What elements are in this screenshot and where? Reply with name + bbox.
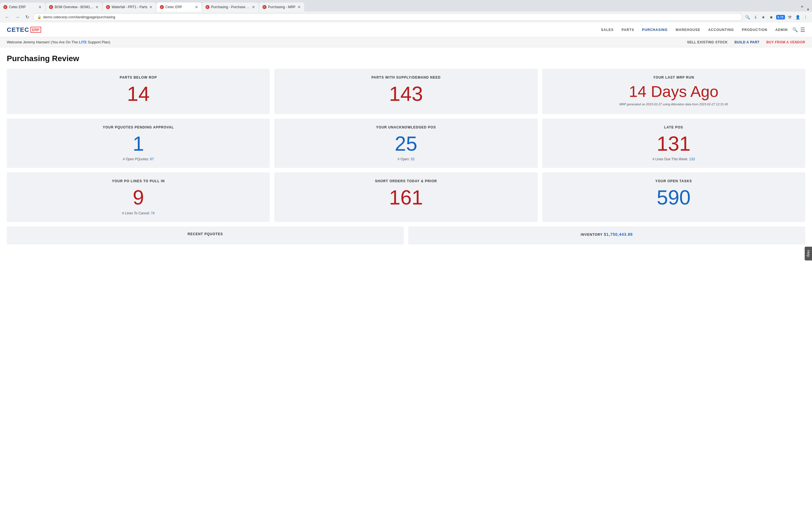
recent-pquotes-title: RECENT PQUOTES [12, 232, 398, 236]
card-note: # Open: 33 [280, 157, 532, 161]
welcome-action-build[interactable]: BUILD A PART [734, 40, 760, 44]
browser-tab-tab4[interactable]: C Cetec ERP ✕ [156, 3, 202, 11]
tab-close-icon[interactable]: ✕ [149, 5, 153, 9]
bottom-row-wrapper: RECENT PQUOTES INVENTORY $1,750,443.86 [7, 226, 805, 244]
extension-icon[interactable]: ■ [768, 14, 774, 20]
tab-favicon: C [160, 5, 164, 9]
browser-tab-tab5[interactable]: C Purchasing - Purchase Ord... ✕ [202, 3, 259, 11]
browser-tab-tab3[interactable]: C Waterfall - PRT1 - Parts ✕ [103, 3, 156, 11]
nav-link-purchasing[interactable]: PURCHASING [642, 28, 668, 32]
forward-button[interactable]: → [13, 13, 21, 21]
card-last-mrp-run[interactable]: YOUR LAST MRP RUN 14 Days Ago MRP genera… [542, 69, 805, 114]
logo-erp: ERP [31, 27, 42, 33]
url-box[interactable]: 🔒 demo.cetecerp.com/landingpage/purchasi… [33, 13, 742, 21]
nav-search-button[interactable]: 🔍 [792, 27, 798, 33]
address-bar: ← → ↻ 🔒 demo.cetecerp.com/landingpage/pu… [0, 11, 812, 22]
card-value: 1 [12, 133, 264, 155]
new-tab-button[interactable]: + [798, 2, 807, 11]
card-unacknowledged-pos[interactable]: YOUR UNACKNOWLEDGED POS 25 # Open: 33 [274, 119, 538, 168]
card-value: 14 Days Ago [548, 83, 800, 100]
card-title: YOUR UNACKNOWLEDGED POS [280, 125, 532, 129]
card-title: PARTS WITH SUPPLY/DEMAND NEED [280, 75, 532, 79]
bookmark-icon[interactable]: ★ [760, 14, 767, 20]
cards-grid: PARTS BELOW ROP 14 PARTS WITH SUPPLY/DEM… [7, 69, 805, 222]
nav-link-warehouse[interactable]: WAREHOUSE [675, 28, 700, 32]
nav-link-parts[interactable]: PARTS [622, 28, 635, 32]
inventory-card: INVENTORY $1,750,443.86 [408, 226, 805, 244]
tab-menu-button[interactable]: ▼ [806, 8, 810, 11]
app: CETEC ERP SALESPARTSPURCHASINGWAREHOUSEA… [0, 22, 812, 507]
card-value: 131 [548, 133, 800, 155]
browser-tab-tab6[interactable]: C Purchasing - MRP ✕ [259, 3, 304, 11]
main-content: Purchasing Review PARTS BELOW ROP 14 PAR… [0, 47, 812, 251]
card-title: PARTS BELOW ROP [12, 75, 264, 79]
browser-tab-tab1[interactable]: C Cetec ERP ✕ [0, 3, 45, 11]
nav-menu-button[interactable]: ☰ [800, 26, 805, 33]
tab-close-icon[interactable]: ✕ [38, 5, 42, 9]
card-note-link[interactable]: 74 [151, 211, 154, 215]
tab-title: Purchasing - MRP [268, 5, 296, 9]
logo[interactable]: CETEC ERP [7, 26, 41, 34]
card-title: YOUR OPEN TASKS [548, 179, 800, 183]
browser-icons: 🔍 ⇓ ★ ■ 0.72 ⚒ 👤 ⋮ [745, 14, 809, 20]
card-open-tasks[interactable]: YOUR OPEN TASKS 590 [542, 172, 805, 222]
tab-favicon: C [106, 5, 110, 9]
card-title: YOUR LAST MRP RUN [548, 75, 800, 79]
nav-link-production[interactable]: PRODUCTION [742, 28, 767, 32]
card-value: 143 [280, 83, 532, 105]
card-title: LATE POS [548, 125, 800, 129]
inventory-label: INVENTORY [581, 233, 604, 237]
card-title: YOUR PO LINES TO PULL IN [12, 179, 264, 183]
card-note-link[interactable]: 67 [150, 157, 154, 161]
tab-title: Cetec ERP [9, 5, 37, 9]
extension-badge: 0.72 [776, 15, 785, 19]
browser-chrome: C Cetec ERP ✕ C BOM Overview - BOM1000..… [0, 0, 812, 22]
welcome-action-sell[interactable]: SELL EXISTING STOCK [687, 40, 728, 44]
card-pquotes-pending[interactable]: YOUR PQUOTES PENDING APPROVAL 1 # Open P… [7, 119, 270, 168]
tab-title: Waterfall - PRT1 - Parts [112, 5, 147, 9]
tab-favicon: C [262, 5, 266, 9]
more-icon[interactable]: ⋮ [802, 14, 809, 20]
tab-close-icon[interactable]: ✕ [252, 5, 255, 9]
reload-button[interactable]: ↻ [24, 13, 31, 21]
welcome-prefix: Welcome Jeremy Hansen! (You Are On The [7, 40, 79, 44]
search-icon[interactable]: 🔍 [745, 14, 751, 20]
card-note-link[interactable]: 133 [689, 157, 695, 161]
puzzle-icon[interactable]: ⚒ [786, 14, 793, 20]
tab-bar: C Cetec ERP ✕ C BOM Overview - BOM1000..… [0, 0, 812, 11]
page-title: Purchasing Review [7, 54, 805, 63]
tab-close-icon[interactable]: ✕ [297, 5, 301, 9]
card-note: # Lines To Cancel: 74 [12, 211, 264, 215]
inventory-value: $1,750,443.86 [604, 232, 633, 237]
nav-link-sales[interactable]: SALES [601, 28, 614, 32]
tab-title: Cetec ERP [165, 5, 193, 9]
logo-cetec: CETEC [7, 26, 29, 34]
back-button[interactable]: ← [3, 13, 11, 21]
card-note: # Open PQuotes: 67 [12, 157, 264, 161]
card-parts-below-rop[interactable]: PARTS BELOW ROP 14 [7, 69, 270, 114]
card-parts-supply-demand[interactable]: PARTS WITH SUPPLY/DEMAND NEED 143 [274, 69, 538, 114]
card-late-pos[interactable]: LATE POS 131 # Lines Due This Week: 133 [542, 119, 805, 168]
card-subtitle: MRP generated on 2023-02-27 using Alloca… [548, 103, 800, 106]
url-text: demo.cetecerp.com/landingpage/purchasing [43, 15, 738, 19]
card-po-lines-pull-in[interactable]: YOUR PO LINES TO PULL IN 9 # Lines To Ca… [7, 172, 270, 222]
card-short-orders[interactable]: SHORT ORDERS TODAY & PRIOR 161 [274, 172, 538, 222]
profile-icon[interactable]: 👤 [795, 14, 801, 20]
welcome-lite: LITE [79, 40, 87, 44]
tab-favicon: C [3, 5, 7, 9]
recent-pquotes-card: RECENT PQUOTES [7, 226, 404, 244]
card-value: 590 [548, 186, 800, 209]
nav-link-admin[interactable]: ADMIN [775, 28, 788, 32]
welcome-action-buy[interactable]: BUY FROM A VENDOR [766, 40, 805, 44]
nav-links: SALESPARTSPURCHASINGWAREHOUSEACCOUNTINGP… [601, 28, 788, 32]
welcome-bar: Welcome Jeremy Hansen! (You Are On The L… [0, 37, 812, 47]
tab-title: Purchasing - Purchase Ord... [211, 5, 250, 9]
top-nav: CETEC ERP SALESPARTSPURCHASINGWAREHOUSEA… [0, 22, 812, 37]
tab-close-icon[interactable]: ✕ [195, 5, 198, 9]
card-note-link[interactable]: 33 [410, 157, 414, 161]
browser-tab-tab2[interactable]: C BOM Overview - BOM1000... ✕ [46, 3, 102, 11]
download-icon[interactable]: ⇓ [753, 14, 759, 20]
nav-link-accounting[interactable]: ACCOUNTING [708, 28, 734, 32]
tab-close-icon[interactable]: ✕ [95, 5, 99, 9]
help-tab[interactable]: Help [805, 247, 812, 261]
